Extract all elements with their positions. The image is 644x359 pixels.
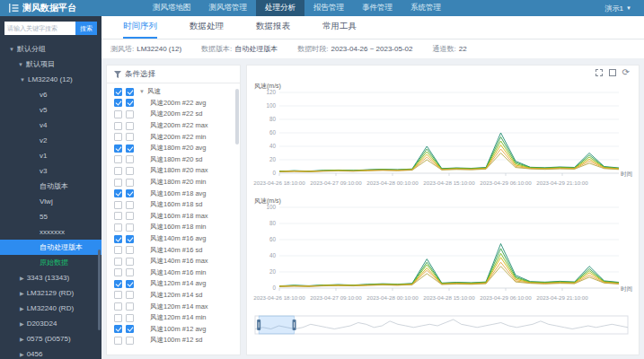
tree-expanded-icon[interactable]: ▼ [9,47,14,52]
checkbox-unchecked[interactable] [114,246,122,254]
checkbox-checked[interactable] [126,189,134,197]
checkbox-unchecked[interactable] [126,291,134,299]
tree-collapsed-icon[interactable]: ▶ [20,305,24,311]
search-input[interactable] [4,22,75,35]
checkbox-unchecked[interactable] [126,179,134,187]
checkbox-unchecked[interactable] [126,133,134,141]
checkbox-unchecked[interactable] [126,268,134,276]
checkbox-checked[interactable] [126,88,134,96]
checkbox-unchecked[interactable] [114,155,122,163]
checkbox-unchecked[interactable] [126,223,134,232]
tree-expanded-icon[interactable]: ▼ [18,62,23,67]
tree-collapsed-icon[interactable]: ▶ [20,336,24,342]
tree-item[interactable]: ▼默认分组 [0,41,101,57]
nav-item-link[interactable]: 事件管理 [353,0,401,16]
tree-item[interactable]: 自动版本 [0,179,101,194]
checkbox-unchecked[interactable] [126,122,134,130]
nav-item-link[interactable]: 测风塔管理 [200,0,257,16]
checkbox-unchecked[interactable] [126,337,134,345]
checkbox-unchecked[interactable] [114,314,122,322]
checkbox-checked[interactable] [114,280,122,288]
checkbox-checked[interactable] [114,99,122,107]
tab-item[interactable]: 数据报表 [256,16,290,39]
channel-row[interactable]: 风速120m #14 min [107,312,240,324]
tree-item[interactable]: xxxxxxx [0,224,101,240]
channel-row[interactable]: 风速200m #22 sd [107,109,240,120]
checkbox-unchecked[interactable] [126,302,134,311]
channel-row[interactable]: 风速140m #16 max [107,256,240,267]
checkbox-unchecked[interactable] [114,201,122,209]
channel-row[interactable]: 风速180m #20 sd [107,154,240,166]
channel-row[interactable]: 风速180m #20 min [107,177,240,188]
tree-item[interactable]: ▶LM32240 (RD) [0,301,101,316]
checkbox-checked[interactable] [114,235,122,243]
group-expanded-icon[interactable]: ▼ [139,89,145,94]
tree-item[interactable]: 自动处理版本 [0,240,101,255]
channel-row[interactable]: 风速160m #18 max [107,211,240,223]
tree-item[interactable]: Vlwj [0,194,101,209]
tree-item[interactable]: ▶0575 (D0575) [0,331,101,346]
checkbox-unchecked[interactable] [114,167,122,175]
checkbox-unchecked[interactable] [126,314,134,322]
tree-item[interactable]: v1 [0,148,101,163]
tree-item[interactable]: ▶D203D24 [0,316,101,331]
checkbox-unchecked[interactable] [114,110,122,118]
checkbox-unchecked[interactable] [126,258,134,266]
checkbox-unchecked[interactable] [114,133,122,141]
checkbox-unchecked[interactable] [126,246,134,254]
channel-row[interactable]: 风速180m #20 max [107,165,240,177]
tab-item[interactable]: 数据处理 [190,16,224,39]
checkbox-unchecked[interactable] [126,212,134,220]
channel-row[interactable]: 风速160m #18 min [107,222,240,233]
checkbox-checked[interactable] [126,280,134,288]
checkbox-unchecked[interactable] [126,201,134,209]
checkbox-checked[interactable] [114,189,122,197]
datazoom-slider[interactable] [252,313,633,337]
checkbox-unchecked[interactable] [114,258,122,266]
search-button[interactable]: 搜索 [75,22,97,35]
tree-collapsed-icon[interactable]: ▶ [20,351,24,357]
user-menu[interactable]: 演示1 ▼ [605,0,644,16]
channel-row[interactable]: 风速160m #18 avg [107,188,240,199]
channel-row[interactable]: 风速140m #16 min [107,267,240,279]
tree-item[interactable]: v2 [0,133,101,148]
tab-active[interactable]: 时间序列 [123,16,157,39]
channel-row[interactable]: 风速180m #20 avg [107,143,240,154]
channel-row[interactable]: 风速140m #16 avg [107,233,240,245]
tree-item[interactable]: v5 [0,102,101,118]
checkbox-unchecked[interactable] [114,268,122,276]
tree-item[interactable]: 原始数据 [0,255,101,270]
checkbox-unchecked[interactable] [126,110,134,118]
nav-item-active[interactable]: 处理分析 [256,0,304,16]
checkbox-unchecked[interactable] [114,223,122,232]
tree-item[interactable]: ▶LM32129 (RD) [0,285,101,301]
sidebar-scrollbar[interactable] [98,250,101,330]
checkbox-unchecked[interactable] [114,302,122,311]
tree-item[interactable]: ▶0456 [0,346,101,359]
nav-item-link[interactable]: 测风塔地图 [144,0,200,16]
nav-item-link[interactable]: 报告管理 [304,0,353,16]
checkbox-unchecked[interactable] [114,179,122,187]
checkbox-checked[interactable] [114,325,122,333]
checkbox-checked[interactable] [114,144,122,153]
tree-item[interactable]: 55 [0,209,101,224]
tab-item[interactable]: 常用工具 [322,16,357,39]
tree-collapsed-icon[interactable]: ▶ [20,275,24,281]
checkbox-unchecked[interactable] [114,291,122,299]
checkbox-checked[interactable] [126,325,134,333]
tree-collapsed-icon[interactable]: ▶ [20,290,24,296]
tree-item[interactable]: ▶3343 (13343) [0,270,101,285]
checkbox-unchecked[interactable] [114,122,122,130]
channel-row[interactable]: 风速120m #14 avg [107,278,240,290]
channel-row[interactable]: 风速140m #16 sd [107,244,240,256]
channel-row[interactable]: 风速160m #18 sd [107,199,240,211]
restore-icon[interactable] [609,69,616,76]
channel-list-scrollbar[interactable] [235,89,239,144]
channel-row[interactable]: 风速100m #12 avg [107,323,240,335]
checkbox-unchecked[interactable] [126,167,134,175]
channel-row[interactable]: 风速200m #22 avg [107,98,240,109]
tree-collapsed-icon[interactable]: ▶ [20,320,24,327]
channel-row[interactable]: 风速200m #22 min [107,131,240,143]
checkbox-checked[interactable] [126,99,134,107]
checkbox-checked[interactable] [114,88,122,96]
